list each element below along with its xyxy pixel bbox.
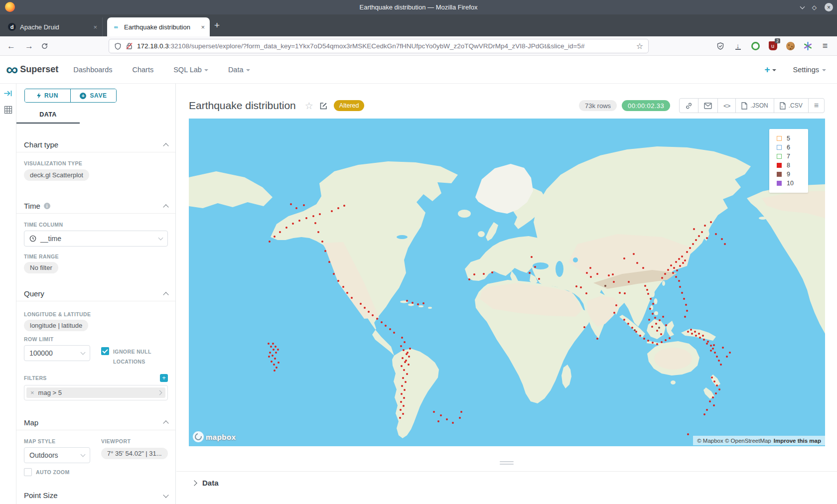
viewport-value[interactable]: 7° 35' 54.02" | 31...: [101, 448, 168, 459]
earthquake-point: [662, 316, 664, 318]
datasource-grid-icon[interactable]: [4, 106, 12, 114]
tab-close-icon[interactable]: ×: [201, 23, 205, 31]
back-icon[interactable]: ←: [7, 42, 15, 50]
lock-insecure-icon[interactable]: [126, 42, 133, 50]
data-results-panel[interactable]: Data: [176, 471, 837, 487]
mapbox-logo[interactable]: mapbox: [193, 431, 236, 442]
filter-value[interactable]: mag > 5: [38, 389, 154, 396]
hamburger-menu-icon[interactable]: ≡: [820, 40, 830, 51]
section-time[interactable]: Timei: [16, 199, 175, 214]
legend-swatch-icon: [777, 145, 782, 150]
email-button[interactable]: [698, 99, 717, 113]
legend-item[interactable]: 10: [777, 179, 808, 188]
legend-item[interactable]: 5: [777, 134, 808, 143]
tab-apache-druid[interactable]: d Apache Druid ×: [3, 17, 103, 36]
deckgl-map[interactable]: 5678910 mapbox © Mapbox © OpenStreetMap …: [189, 119, 825, 446]
window-minimize-icon[interactable]: [800, 4, 805, 9]
earthquake-point: [615, 304, 617, 306]
magnitude-legend[interactable]: 5678910: [769, 129, 808, 193]
ublock-icon[interactable]: u 2: [768, 40, 778, 51]
nav-dashboards[interactable]: Dashboards: [73, 66, 112, 74]
save-button[interactable]: +SAVE: [70, 89, 116, 102]
earthquake-point: [608, 274, 610, 276]
superset-logo[interactable]: ∞ Superset: [6, 63, 58, 76]
map-legend-items: 5678910: [777, 134, 808, 188]
earthquake-point: [406, 373, 408, 375]
legend-item[interactable]: 7: [777, 152, 808, 161]
edit-title-icon[interactable]: [319, 102, 328, 110]
earthquake-point: [684, 316, 686, 318]
extension-green-icon[interactable]: [750, 40, 760, 51]
export-csv-button[interactable]: x .CSV: [774, 99, 808, 113]
nav-sql-lab[interactable]: SQL Lab: [173, 66, 208, 74]
legend-item[interactable]: 9: [777, 170, 808, 179]
earthquake-point: [385, 325, 387, 327]
tab-data[interactable]: DATA: [16, 107, 80, 124]
url-input[interactable]: 172.18.0.3:32108/superset/explore/?form_…: [109, 39, 649, 53]
legend-label: 5: [787, 135, 790, 142]
settings-menu[interactable]: Settings: [793, 66, 826, 74]
favorite-star-icon[interactable]: ☆: [305, 100, 313, 112]
earthquake-point: [635, 331, 637, 333]
remove-filter-icon[interactable]: ×: [30, 389, 34, 396]
earthquake-point: [627, 323, 629, 325]
earthquake-point: [589, 267, 591, 269]
nav-data[interactable]: Data: [228, 66, 250, 74]
earthquake-point: [275, 346, 277, 348]
time-range-value[interactable]: No filter: [24, 262, 58, 273]
earthquake-point: [437, 420, 439, 422]
improve-map-link[interactable]: Improve this map: [774, 438, 821, 444]
ignore-null-checkbox[interactable]: [101, 347, 109, 355]
section-query[interactable]: Query: [16, 286, 175, 301]
nav-charts[interactable]: Charts: [132, 66, 153, 74]
panel-resize-handle[interactable]: [500, 461, 514, 465]
run-button[interactable]: RUN: [25, 89, 70, 102]
mapbox-circle-icon: [193, 431, 204, 442]
tab-earthquake-distribution[interactable]: ∞ Earthquake distribution ×: [107, 17, 210, 36]
protections-shield-icon[interactable]: [715, 40, 725, 51]
bookmark-star-icon[interactable]: ☆: [636, 41, 643, 51]
reload-icon[interactable]: [41, 42, 48, 50]
window-maximize-icon[interactable]: ◇: [812, 4, 817, 11]
earthquake-point: [404, 389, 406, 391]
embed-code-button[interactable]: <>: [717, 99, 735, 113]
earthquake-point: [710, 221, 712, 223]
downloads-icon[interactable]: ↓: [733, 40, 743, 51]
earthquake-point: [376, 318, 378, 320]
earthquake-point: [681, 255, 683, 257]
earthquake-point: [269, 241, 271, 243]
viz-type-value[interactable]: deck.gl Scatterplot: [24, 169, 89, 181]
lonlat-value[interactable]: longitude | latitude: [24, 320, 88, 331]
section-point-size[interactable]: Point Size: [16, 488, 175, 503]
map-style-select[interactable]: Outdoors: [24, 447, 90, 463]
copy-link-button[interactable]: [680, 99, 698, 113]
section-chart-type[interactable]: Chart type: [16, 137, 175, 152]
multi-account-icon[interactable]: [803, 40, 813, 51]
browser-toolbar: ← → 172.18.0.3:32108/superset/explore/?f…: [0, 36, 837, 56]
forward-icon[interactable]: →: [25, 42, 33, 50]
export-json-button[interactable]: .JSON: [735, 99, 773, 113]
legend-item[interactable]: 8: [777, 161, 808, 170]
new-tab-button[interactable]: +: [214, 20, 220, 30]
legend-item[interactable]: 6: [777, 143, 808, 152]
filter-control[interactable]: × mag > 5: [24, 385, 168, 400]
shield-permissions-icon[interactable]: [114, 42, 122, 50]
earthquake-point: [687, 433, 689, 435]
chart-menu-button[interactable]: ≡: [808, 99, 824, 113]
tab-close-icon[interactable]: ×: [93, 23, 97, 31]
earthquake-point: [655, 323, 657, 325]
row-limit-select[interactable]: 100000: [24, 345, 90, 361]
time-column-select[interactable]: __time: [24, 231, 168, 247]
auto-zoom-checkbox[interactable]: [24, 468, 32, 476]
earthquake-point: [529, 272, 531, 274]
collapse-panel-icon[interactable]: [4, 90, 12, 97]
section-map[interactable]: Map: [16, 415, 175, 430]
cookie-extension-icon[interactable]: [785, 40, 795, 51]
chevron-down-icon: [81, 350, 86, 355]
add-filter-button[interactable]: +: [160, 374, 168, 382]
add-new-button[interactable]: +: [764, 64, 776, 75]
chevron-right-icon[interactable]: [157, 390, 162, 395]
window-close-icon[interactable]: ×: [825, 3, 833, 11]
earthquake-point: [683, 298, 685, 300]
earthquake-point: [393, 332, 395, 334]
